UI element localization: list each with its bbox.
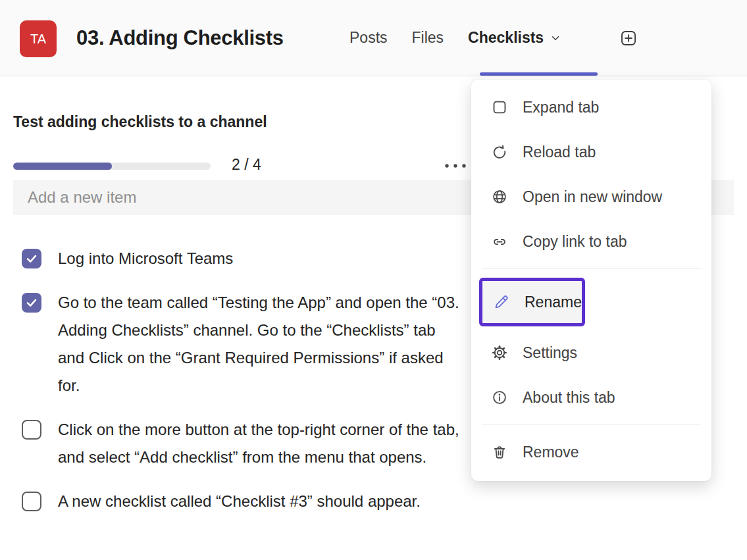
checkbox-checked[interactable] xyxy=(22,249,41,268)
tab-files[interactable]: Files xyxy=(412,29,444,47)
item-text: Click on the more button at the top-righ… xyxy=(58,416,463,471)
list-item: A new checklist called “Checklist #3” sh… xyxy=(22,488,469,515)
checkbox-unchecked[interactable] xyxy=(22,420,41,440)
channel-header: TA 03. Adding Checklists Posts Files Che… xyxy=(0,0,747,76)
chevron-down-icon xyxy=(550,32,561,44)
menu-item-reload-tab[interactable]: Reload tab xyxy=(480,134,702,170)
plus-square-icon xyxy=(619,29,638,47)
menu-item-about-tab[interactable]: About this tab xyxy=(480,379,702,416)
team-avatar: TA xyxy=(20,20,57,57)
menu-item-label: About this tab xyxy=(523,389,615,407)
checkbox-unchecked[interactable] xyxy=(22,492,41,511)
tab-bar: Posts Files Checklists xyxy=(349,0,561,76)
channel-title: 03. Adding Checklists xyxy=(76,0,284,76)
progress-bar xyxy=(13,163,211,170)
globe-icon xyxy=(491,188,508,205)
add-tab-button[interactable] xyxy=(619,29,638,47)
menu-item-rename[interactable]: Rename xyxy=(479,278,585,326)
link-icon xyxy=(491,233,508,250)
tab-posts-label: Posts xyxy=(349,29,388,47)
menu-item-label: Settings xyxy=(523,344,577,362)
menu-divider xyxy=(482,268,701,268)
pencil-icon xyxy=(493,293,510,311)
checkbox-checked[interactable] xyxy=(22,293,41,313)
menu-item-copy-link[interactable]: Copy link to tab xyxy=(480,223,702,260)
tab-checklists[interactable]: Checklists xyxy=(468,29,561,47)
gear-icon xyxy=(491,344,508,361)
menu-item-label: Open in new window xyxy=(523,188,662,206)
list-item: Log into Microsoft Teams xyxy=(22,245,469,272)
menu-divider xyxy=(482,424,701,424)
tab-checklists-label: Checklists xyxy=(468,29,544,47)
menu-item-label: Copy link to tab xyxy=(523,233,627,251)
item-text: Log into Microsoft Teams xyxy=(58,245,233,272)
checkmark-icon xyxy=(24,251,39,266)
teams-channel-view: TA 03. Adding Checklists Posts Files Che… xyxy=(0,0,747,560)
progress-count: 2 / 4 xyxy=(232,156,261,174)
progress-bar-fill xyxy=(13,163,112,170)
list-item: Go to the team called “Testing the App” … xyxy=(22,289,469,399)
checkmark-icon xyxy=(24,295,39,310)
expand-tab-icon xyxy=(491,99,508,116)
menu-item-expand-tab[interactable]: Expand tab xyxy=(480,89,702,126)
list-item: Click on the more button at the top-righ… xyxy=(22,416,469,471)
checklist-items: Log into Microsoft Teams Go to the team … xyxy=(22,245,469,532)
tab-context-menu: Expand tab Reload tab Open in new wi xyxy=(471,80,711,481)
checklist-more-button[interactable] xyxy=(440,155,471,176)
tab-posts[interactable]: Posts xyxy=(349,29,388,47)
menu-item-settings[interactable]: Settings xyxy=(480,334,702,371)
trash-icon xyxy=(491,444,508,461)
menu-item-label: Rename xyxy=(525,293,582,311)
menu-item-open-new-window[interactable]: Open in new window xyxy=(480,178,702,215)
menu-item-label: Expand tab xyxy=(523,99,599,116)
more-ellipsis-icon xyxy=(443,163,468,169)
menu-item-remove[interactable]: Remove xyxy=(480,434,702,471)
menu-item-label: Remove xyxy=(523,444,579,461)
item-text: A new checklist called “Checklist #3” sh… xyxy=(58,488,421,515)
checklist-title: Test adding checklists to a channel xyxy=(13,113,267,131)
menu-item-label: Reload tab xyxy=(523,143,596,161)
tab-files-label: Files xyxy=(412,29,444,47)
active-tab-underline xyxy=(480,72,598,76)
reload-icon xyxy=(491,143,508,161)
info-icon xyxy=(491,389,508,406)
item-text: Go to the team called “Testing the App” … xyxy=(58,289,463,399)
